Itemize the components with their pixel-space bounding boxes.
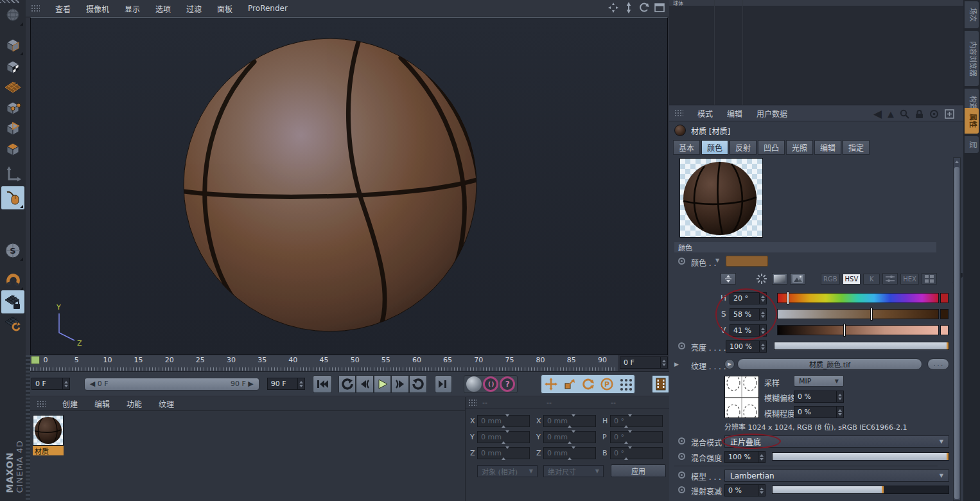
- menubar-grip[interactable]: [31, 4, 40, 12]
- material-thumbnail[interactable]: [33, 415, 64, 446]
- menu-texture[interactable]: 纹理: [159, 398, 174, 409]
- brightness-slider[interactable]: [774, 342, 949, 350]
- hex-mode-button[interactable]: HEX: [900, 274, 919, 285]
- new-panel-icon[interactable]: [945, 109, 954, 119]
- range-end-spinner[interactable]: [297, 378, 304, 389]
- key-position-button[interactable]: [541, 375, 560, 393]
- frame-spinner[interactable]: [660, 357, 667, 368]
- size-x-field[interactable]: 0 mm: [543, 415, 596, 427]
- timeline-window-button[interactable]: [652, 375, 669, 393]
- next-frame-button[interactable]: [391, 375, 409, 393]
- rot-p-field[interactable]: 0 °: [610, 431, 663, 443]
- attr-tab-1[interactable]: 颜色: [701, 140, 728, 155]
- attr-tab-6[interactable]: 指定: [843, 140, 870, 155]
- blend-strength-radio[interactable]: [678, 453, 685, 462]
- tab-layers[interactable]: 层: [965, 136, 979, 153]
- current-frame-field[interactable]: 0 F: [620, 356, 668, 369]
- coords-mode-dropdown[interactable]: 对象 (相对)▼: [477, 465, 538, 477]
- menu-attr-edit[interactable]: 编辑: [727, 108, 742, 119]
- record-button[interactable]: [466, 376, 482, 392]
- key-parameter-button[interactable]: P: [597, 375, 616, 393]
- attr-tab-3[interactable]: 凹凸: [758, 140, 785, 155]
- preview-range-slider[interactable]: ◀ 0 F 90 F ▶: [84, 378, 259, 391]
- menu-function[interactable]: 功能: [127, 398, 142, 409]
- color-expand-caret[interactable]: ▼: [715, 258, 719, 263]
- hsv-mode-button[interactable]: HSV: [843, 274, 861, 285]
- menu-create[interactable]: 创建: [62, 398, 78, 409]
- pan-view-icon[interactable]: [608, 2, 619, 13]
- material-preview[interactable]: [679, 158, 763, 238]
- hue-slider-marker[interactable]: [787, 292, 789, 304]
- lock-workplane-button[interactable]: [1, 290, 24, 313]
- timeline-ruler[interactable]: 051015202530354045505560657075808590: [30, 355, 618, 371]
- object-manager[interactable]: 球体: [669, 0, 963, 105]
- scroll-thumb[interactable]: [954, 167, 959, 499]
- rotate-view-icon[interactable]: [638, 2, 650, 13]
- object-row[interactable]: 球体: [669, 0, 963, 6]
- menu-view[interactable]: 查看: [55, 3, 71, 14]
- basketball-model[interactable]: [179, 34, 481, 336]
- val-field[interactable]: 41 %: [730, 324, 767, 337]
- coords-size-dropdown[interactable]: 绝对尺寸▼: [543, 465, 604, 477]
- blur-strength-field[interactable]: 0 %: [794, 406, 844, 418]
- points-mode-button[interactable]: [1, 96, 24, 119]
- compact-ui-icon[interactable]: [721, 273, 736, 285]
- menu-mode[interactable]: 模式: [697, 108, 713, 119]
- menu-filter[interactable]: 过滤: [186, 3, 202, 14]
- swatches-mode-icon[interactable]: [922, 273, 937, 285]
- hue-field[interactable]: 20 °: [730, 292, 767, 304]
- material-menu-grip[interactable]: [37, 400, 46, 408]
- color-anim-radio[interactable]: [678, 258, 685, 267]
- make-editable-button[interactable]: [1, 4, 24, 27]
- hue-slider[interactable]: [777, 293, 939, 303]
- autokey-button[interactable]: ?: [500, 376, 515, 392]
- menu-user-data[interactable]: 用户数据: [757, 108, 787, 119]
- rgb-mode-button[interactable]: RGB: [821, 274, 840, 285]
- next-key-button[interactable]: [409, 375, 427, 393]
- zoom-view-icon[interactable]: [623, 2, 634, 13]
- blend-mode-radio[interactable]: [678, 437, 685, 446]
- attr-scrollbar[interactable]: [953, 157, 961, 501]
- goto-end-button[interactable]: [435, 375, 453, 393]
- menu-options[interactable]: 选项: [155, 3, 171, 14]
- val-slider[interactable]: [777, 325, 939, 335]
- snapping-button[interactable]: [1, 268, 24, 292]
- rot-h-field[interactable]: 0 °: [610, 415, 663, 427]
- tab-attributes[interactable]: 属性: [965, 108, 979, 134]
- pos-y-field[interactable]: 0 mm: [477, 431, 530, 443]
- prev-key-button[interactable]: [338, 375, 356, 393]
- polygons-mode-button[interactable]: [1, 137, 24, 161]
- search-icon[interactable]: [900, 109, 909, 119]
- range-end-field[interactable]: 90 F: [267, 378, 306, 390]
- coords-grip[interactable]: [468, 399, 477, 407]
- blend-mode-dropdown[interactable]: 正片叠底 ▼: [724, 435, 949, 448]
- menu-prorender[interactable]: ProRender: [248, 4, 288, 13]
- menu-edit[interactable]: 编辑: [94, 398, 110, 409]
- apply-button[interactable]: 应用: [611, 464, 666, 477]
- attr-tab-5[interactable]: 编辑: [814, 140, 841, 155]
- sampling-dropdown[interactable]: MIP ▼: [794, 375, 844, 387]
- brightness-radio[interactable]: [678, 342, 685, 351]
- lock-icon[interactable]: [915, 109, 923, 119]
- mixer-mode-icon[interactable]: [882, 273, 898, 285]
- workplane-mode-button[interactable]: [1, 312, 24, 335]
- material-name-label[interactable]: 材质: [33, 446, 64, 455]
- menu-display[interactable]: 显示: [125, 3, 140, 14]
- sat-slider-marker[interactable]: [871, 308, 872, 320]
- rot-b-field[interactable]: 0 °: [610, 447, 663, 459]
- tab-content-browser[interactable]: 内容浏览器: [965, 31, 979, 86]
- prev-frame-button[interactable]: [356, 375, 374, 393]
- texture-uv-thumbnail[interactable]: [724, 376, 759, 418]
- workplane-button[interactable]: [1, 76, 24, 99]
- diffuse-falloff-slider[interactable]: [772, 486, 949, 494]
- brightness-field[interactable]: 100 %: [726, 340, 767, 353]
- val-slider-marker[interactable]: [844, 324, 845, 336]
- spectrum-icon[interactable]: [772, 273, 787, 285]
- texture-preview-button[interactable]: ▶: [724, 359, 735, 369]
- timeline-grip[interactable]: [26, 355, 30, 501]
- blend-strength-slider[interactable]: [772, 452, 949, 461]
- size-z-field[interactable]: 0 mm: [543, 447, 596, 459]
- attr-menu-grip[interactable]: [674, 109, 683, 117]
- enable-axis-button[interactable]: [1, 163, 24, 186]
- texture-expand-caret[interactable]: ▶: [674, 361, 679, 367]
